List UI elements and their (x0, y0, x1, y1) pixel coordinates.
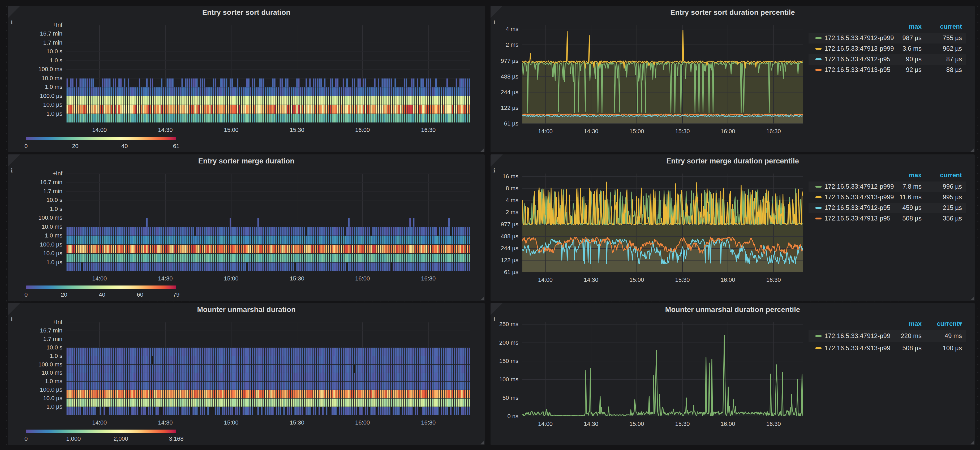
legend-header: maxcurrent (808, 172, 966, 180)
legend-row: 172.16.5.33:47912-p9590 µs87 µs (808, 54, 966, 65)
legend-series-swatch[interactable] (815, 196, 821, 198)
y-tick-label: 16.7 min (8, 327, 62, 334)
legend-header-max[interactable]: max (882, 320, 922, 328)
y-tick-label: 1.0 s (8, 206, 62, 213)
panel-resize-handle[interactable] (970, 297, 974, 301)
colorbar-tick-label: 40 (90, 291, 114, 298)
panel-entry-sorter-sort-duration: i Entry sorter sort duration 14:0014:301… (8, 6, 485, 152)
sort-duration-heatmap-canvas[interactable] (66, 25, 470, 122)
legend-row: 172.16.5.33:47913-p9993.6 ms962 µs (808, 43, 966, 54)
panel-title[interactable]: Entry sorter merge duration (8, 157, 485, 165)
y-tick-label: 10.0 µs (8, 250, 62, 257)
y-tick-label: 122 µs (490, 257, 519, 264)
sort-percentile-graph-canvas[interactable] (522, 25, 803, 124)
y-tick-label: 122 µs (490, 105, 519, 111)
legend-series-label[interactable]: 172.16.5.33:47913-p95 (824, 66, 890, 73)
colorbar-tick-label: 20 (52, 291, 76, 298)
unmarshal-duration-heatmap-canvas[interactable] (66, 322, 470, 415)
panel-title[interactable]: Mounter unmarshal duration (8, 306, 485, 314)
x-tick-label: 15:30 (281, 127, 313, 134)
legend-header-max[interactable]: max (882, 23, 922, 30)
y-tick-label: 2 ms (490, 209, 519, 216)
x-tick-label: 14:30 (150, 127, 181, 134)
legend-row: 172.16.5.33:47912-p9997.8 ms996 µs (808, 181, 966, 192)
panel-resize-handle[interactable] (970, 148, 974, 152)
x-tick-label: 15:00 (621, 128, 653, 135)
y-tick-label: 488 µs (490, 233, 519, 240)
legend-max-value: 508 µs (882, 215, 922, 222)
y-tick-label: 10.0 s (8, 197, 62, 204)
legend-series-label[interactable]: 172.16.5.33:47912-p95 (824, 56, 890, 63)
merge-duration-heatmap-canvas[interactable] (66, 173, 470, 271)
legend-series-swatch[interactable] (815, 335, 821, 337)
panel-resize-handle[interactable] (480, 148, 484, 152)
legend-row: 172.16.5.33:47912-p95459 µs215 µs (808, 203, 966, 213)
legend-max-value: 508 µs (882, 344, 922, 352)
x-tick-label: 16:30 (757, 421, 789, 428)
legend-series-label[interactable]: 172.16.5.33:47913-p95 (824, 215, 890, 222)
legend-header-current[interactable]: current (924, 172, 962, 179)
y-tick-label: 100.0 ms (8, 66, 62, 73)
y-tick-label: 100.0 ms (8, 215, 62, 221)
info-icon: i (493, 19, 495, 25)
legend-series-swatch[interactable] (815, 207, 821, 209)
legend-row: 172.16.5.33:47913-p95508 µs356 µs (808, 213, 966, 224)
y-tick-label: 16.7 min (8, 30, 62, 37)
colorbar-tick-label: 61 (164, 143, 188, 149)
colorbar-tick-label: 79 (164, 291, 188, 298)
y-tick-label: 250 ms (490, 321, 519, 328)
y-tick-label: 1.0 s (8, 353, 62, 359)
legend-series-label[interactable]: 172.16.5.33:47912-p99 (824, 332, 890, 340)
legend-series-swatch[interactable] (815, 69, 821, 71)
y-tick-label: 10.0 s (8, 48, 62, 55)
legend-header-current[interactable]: current (924, 23, 962, 30)
legend-header-current[interactable]: current▾ (924, 320, 962, 328)
y-tick-label: 10.0 s (8, 344, 62, 351)
y-tick-label: 2 ms (490, 41, 519, 48)
legend-series-swatch[interactable] (815, 218, 821, 219)
colorbar-tick-label: 0 (14, 291, 38, 298)
x-tick-label: 16:00 (347, 275, 379, 282)
x-tick-label: 14:00 (84, 419, 116, 426)
y-tick-label: 4 ms (490, 26, 519, 33)
panel-mounter-unmarshal-duration: i Mounter unmarshal duration 14:0014:301… (8, 303, 485, 445)
x-tick-label: 16:00 (347, 127, 379, 134)
panel-resize-handle[interactable] (480, 297, 484, 301)
unmarshal-percentile-graph-canvas[interactable] (522, 322, 803, 416)
x-tick-label: 14:00 (530, 421, 562, 428)
x-tick-label: 15:00 (215, 127, 247, 134)
panel-title[interactable]: Entry sorter merge duration percentile (490, 157, 975, 165)
x-tick-label: 14:00 (530, 128, 562, 135)
legend-header-max[interactable]: max (882, 172, 922, 179)
legend-row: 172.16.5.33:47913-p99508 µs100 µs (808, 342, 966, 355)
x-tick-label: 16:30 (412, 275, 444, 282)
legend-series-swatch[interactable] (815, 347, 821, 349)
legend-series-swatch[interactable] (815, 186, 821, 188)
x-tick-label: 14:30 (575, 128, 607, 135)
colorbar (26, 286, 176, 289)
y-tick-label: 200 ms (490, 339, 519, 346)
legend-series-label[interactable]: 172.16.5.33:47912-p95 (824, 204, 890, 211)
x-tick-label: 14:30 (575, 421, 607, 428)
y-tick-label: 61 µs (490, 120, 519, 127)
y-tick-label: 1.0 µs (8, 110, 62, 117)
panel-resize-handle[interactable] (480, 441, 484, 444)
legend-series-label[interactable]: 172.16.5.33:47913-p99 (824, 344, 890, 352)
legend-series-swatch[interactable] (815, 37, 821, 39)
panel-resize-handle[interactable] (970, 441, 974, 444)
panel-title[interactable]: Entry sorter sort duration percentile (490, 8, 975, 17)
y-tick-label: 244 µs (490, 245, 519, 252)
colorbar-tick-label: 60 (128, 291, 152, 298)
x-tick-label: 16:00 (712, 128, 744, 135)
y-tick-label: 61 µs (490, 269, 519, 276)
colorbar-tick-label: 1,000 (62, 436, 86, 442)
panel-title[interactable]: Entry sorter sort duration (8, 8, 485, 17)
legend-series-swatch[interactable] (815, 58, 821, 60)
legend-max-value: 987 µs (882, 34, 922, 42)
y-tick-label: 16.7 min (8, 179, 62, 186)
y-tick-label: 100.0 µs (8, 386, 62, 393)
merge-percentile-graph-canvas[interactable] (522, 173, 803, 272)
legend-header: maxcurrent▾ (808, 320, 966, 329)
legend-series-swatch[interactable] (815, 48, 821, 49)
panel-title[interactable]: Mounter unmarshal duration percentile (490, 306, 975, 314)
